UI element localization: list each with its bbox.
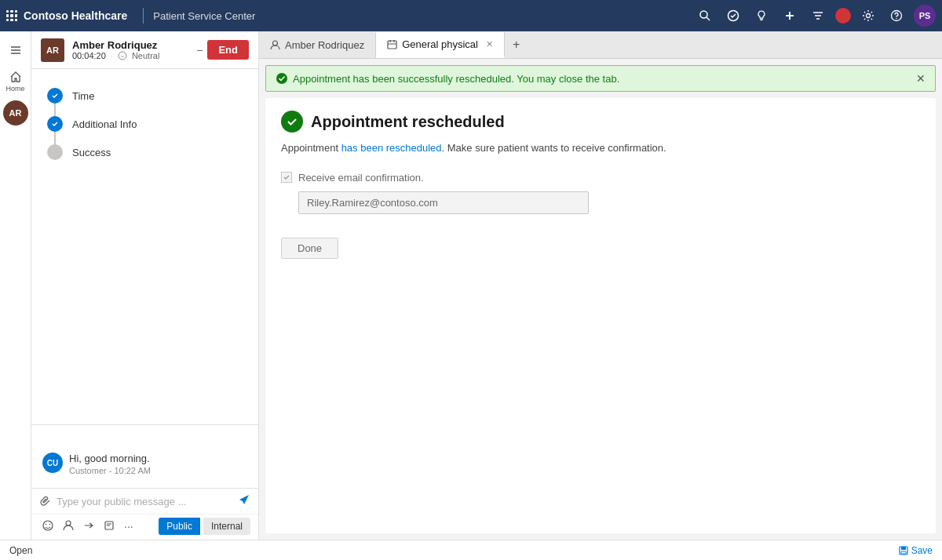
steps-area: Time Additional Info Success <box>31 69 258 424</box>
svg-point-20 <box>66 521 71 525</box>
step-success-label: Success <box>72 147 111 158</box>
call-meta: 00:04:20 · Neutral <box>72 51 159 60</box>
svg-rect-31 <box>901 547 906 550</box>
tab-general-physical[interactable]: General physical ✕ <box>376 32 505 58</box>
main-body: Home AR AR Amber Rodriquez 00:04:20 · Ne… <box>0 31 942 540</box>
emoji-button[interactable] <box>39 518 57 535</box>
chat-bubble-content: Hi, good morning. Customer - 10:22 AM <box>69 453 151 475</box>
appointment-title: Appointment rescheduled <box>281 111 920 133</box>
notification-badge[interactable] <box>835 8 851 24</box>
svg-point-24 <box>273 41 278 45</box>
step-time: Time <box>47 82 243 110</box>
help-icon[interactable] <box>885 5 907 27</box>
step-additional-info: Additional Info <box>47 110 243 138</box>
appointment-subtitle: Appointment has been rescheduled. Make s… <box>281 140 920 156</box>
call-avatar: AR <box>41 38 64 62</box>
call-bar: AR Amber Rodriquez 00:04:20 · Neutral − … <box>31 31 258 69</box>
svg-point-16 <box>119 52 126 60</box>
save-button[interactable]: Save <box>899 545 933 556</box>
email-input-field <box>298 191 589 214</box>
step-additional-label: Additional Info <box>72 118 137 130</box>
step-success-circle <box>47 144 63 160</box>
appointment-check-icon <box>281 111 303 133</box>
appointment-heading: Appointment rescheduled <box>311 113 505 131</box>
svg-point-10 <box>867 14 871 18</box>
call-details: Amber Rodriquez 00:04:20 · Neutral <box>72 39 159 60</box>
sidebar-home-label: Home <box>5 85 24 93</box>
lightbulb-icon[interactable] <box>750 5 772 27</box>
more-options-button[interactable]: ··· <box>121 518 137 534</box>
banner-close-button[interactable]: ✕ <box>916 72 926 85</box>
chat-input-field[interactable] <box>57 496 233 507</box>
chat-panel: CU Hi, good morning. Customer - 10:22 AM <box>31 424 258 540</box>
status-bar: Open Save <box>0 540 942 560</box>
agent-button[interactable] <box>60 518 77 535</box>
tab-amber-rodriquez[interactable]: Amber Rodriquez <box>259 33 376 57</box>
success-banner-text: Appointment has been successfully resche… <box>276 72 619 85</box>
hamburger-menu-icon[interactable] <box>3 38 28 63</box>
svg-point-29 <box>276 73 287 84</box>
public-button[interactable]: Public <box>159 518 200 535</box>
sidebar-item-home[interactable]: Home <box>0 66 31 97</box>
step-success: Success <box>47 138 243 166</box>
app-title: Contoso Healthcare <box>24 9 127 22</box>
tab-close-button[interactable]: ✕ <box>486 39 493 49</box>
person-icon <box>270 40 280 50</box>
chat-sender-avatar: CU <box>42 453 63 473</box>
left-panel: AR Amber Rodriquez 00:04:20 · Neutral − … <box>31 31 259 540</box>
tab-amber-label: Amber Rodriquez <box>285 39 364 51</box>
email-confirm-checkbox <box>281 172 292 183</box>
done-button[interactable]: Done <box>281 238 338 259</box>
chat-messages: CU Hi, good morning. Customer - 10:22 AM <box>31 425 258 488</box>
user-avatar[interactable]: PS <box>914 5 936 27</box>
filter-icon[interactable] <box>807 5 829 27</box>
nav-divider <box>143 8 144 24</box>
app-logo[interactable]: Contoso Healthcare <box>6 9 127 22</box>
settings-icon[interactable] <box>857 5 879 27</box>
call-sentiment: Neutral <box>132 51 159 60</box>
waffle-icon <box>6 10 17 21</box>
search-icon[interactable] <box>694 5 716 27</box>
tab-add-button[interactable]: + <box>505 31 528 58</box>
right-panel: Amber Rodriquez General physical ✕ + App… <box>259 31 942 540</box>
end-call-button[interactable]: End <box>207 40 249 60</box>
svg-point-12 <box>896 18 896 19</box>
note-button[interactable] <box>100 518 118 535</box>
tab-bar: Amber Rodriquez General physical ✕ + <box>259 31 942 59</box>
save-label: Save <box>911 545 933 556</box>
svg-rect-25 <box>388 41 396 49</box>
chat-send-button[interactable] <box>238 493 250 509</box>
svg-point-19 <box>49 523 51 525</box>
status-open-label: Open <box>9 545 32 556</box>
internal-button[interactable]: Internal <box>203 518 250 535</box>
appointment-content: Appointment rescheduled Appointment has … <box>265 98 936 533</box>
transfer-button[interactable] <box>80 518 97 535</box>
call-meta-dot: · <box>111 51 113 60</box>
subtitle-part1: Appointment <box>281 142 338 154</box>
chat-message-meta: Customer - 10:22 AM <box>69 466 151 475</box>
call-timer: 00:04:20 <box>72 51 106 60</box>
success-banner: Appointment has been successfully resche… <box>265 65 936 92</box>
step-time-circle <box>47 88 63 104</box>
app-subtitle: Patient Service Center <box>153 10 255 22</box>
sentiment-icon <box>118 51 127 60</box>
caller-name: Amber Rodriquez <box>72 39 159 51</box>
step-additional-circle <box>47 116 63 132</box>
check-circle-icon[interactable] <box>722 5 744 27</box>
chat-input-row <box>31 488 258 514</box>
minimize-icon[interactable]: − <box>196 44 203 56</box>
chat-toolbar: ··· Public Internal <box>31 514 258 540</box>
svg-point-0 <box>700 11 707 18</box>
step-time-label: Time <box>72 90 94 102</box>
subtitle-link[interactable]: has been rescheduled <box>341 142 442 154</box>
svg-point-17 <box>43 521 53 530</box>
calendar-icon <box>387 39 397 49</box>
email-confirm-row: Receive email confirmation. <box>281 172 920 184</box>
add-icon[interactable] <box>779 5 801 27</box>
attachment-icon[interactable] <box>39 495 52 507</box>
chat-message-item: CU Hi, good morning. Customer - 10:22 AM <box>42 453 247 475</box>
subtitle-part2: . Make sure patient wants to receive con… <box>442 142 666 154</box>
svg-rect-32 <box>901 551 906 554</box>
svg-point-18 <box>46 523 47 525</box>
sidebar-item-amber[interactable]: AR <box>3 100 28 125</box>
